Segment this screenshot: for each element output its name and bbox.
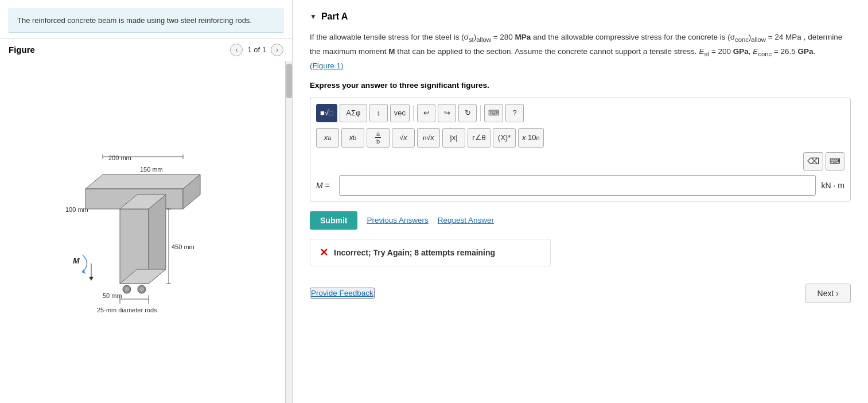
right-panel: ▼ Part A If the allowable tensile stress… (293, 0, 868, 403)
collapse-arrow[interactable]: ▼ (310, 13, 317, 21)
toolbar-sep1 (413, 105, 414, 121)
symbol-frac-btn[interactable]: ab (367, 128, 390, 148)
figure-prev-arrow[interactable]: ‹ (230, 44, 243, 56)
toolbar-reload-btn[interactable]: ↻ (458, 104, 477, 122)
part-header: ▼ Part A (310, 11, 851, 22)
svg-marker-25 (89, 277, 94, 281)
beam-diagram: 200 mm 150 mm 200 mm 100 mm (34, 143, 252, 321)
toolbar-undo-btn[interactable]: ↩ (417, 104, 435, 122)
next-button[interactable]: Next › (805, 284, 851, 303)
math-secondary-row: ⌫ ⌨ (316, 152, 844, 170)
info-text: The reinforced concrete beam is made usi… (17, 16, 252, 25)
symbol-xb-btn[interactable]: xb (341, 128, 364, 148)
symbol-sqrt-btn[interactable]: √x (392, 128, 415, 148)
feedback-link[interactable]: Provide Feedback (310, 288, 375, 299)
svg-text:100 mm: 100 mm (65, 206, 88, 213)
symbol-xstar-btn[interactable]: (X)* (493, 128, 516, 148)
toolbar-alpha-btn[interactable]: ΑΣφ (340, 104, 367, 122)
figure-next-arrow[interactable]: › (271, 44, 283, 56)
problem-text: If the allowable tensile stress for the … (310, 31, 851, 73)
figure-body: 200 mm 150 mm 200 mm 100 mm (0, 61, 292, 404)
error-text: Incorrect; Try Again; 8 attempts remaini… (334, 248, 495, 257)
error-icon: ✕ (320, 246, 328, 259)
error-box: ✕ Incorrect; Try Again; 8 attempts remai… (310, 239, 551, 266)
part-title: Part A (321, 11, 348, 22)
figure-count: 1 of 1 (247, 45, 266, 54)
symbol-abs-btn[interactable]: |x| (442, 128, 465, 148)
toolbar-keyboard2-btn[interactable]: ⌨ (826, 152, 844, 170)
symbol-nsqrt-btn[interactable]: n√x (417, 128, 440, 148)
svg-text:25-mm diameter rods: 25-mm diameter rods (97, 307, 157, 313)
figure-scrollbar[interactable] (285, 61, 292, 404)
figure-content: 200 mm 150 mm 200 mm 100 mm (0, 61, 285, 404)
info-box: The reinforced concrete beam is made usi… (9, 9, 283, 33)
toolbar-updown-btn[interactable]: ↕ (369, 104, 388, 122)
previous-answers-button[interactable]: Previous Answers (367, 216, 428, 224)
scroll-thumb (286, 64, 292, 98)
request-answer-button[interactable]: Request Answer (438, 216, 494, 224)
svg-point-28 (124, 287, 129, 292)
svg-marker-7 (85, 175, 200, 189)
toolbar-sqrt-btn[interactable]: ■√□ (316, 104, 337, 122)
toolbar-backspace-btn[interactable]: ⌫ (803, 152, 823, 170)
toolbar-help-btn[interactable]: ? (505, 104, 524, 122)
svg-text:150 mm: 150 mm (140, 166, 163, 173)
unit-label: kN · m (822, 181, 844, 190)
symbol-sci-btn[interactable]: x·10n (518, 128, 544, 148)
next-label: Next (818, 289, 834, 298)
svg-text:200 mm: 200 mm (108, 154, 131, 161)
toolbar-keyboard-btn[interactable]: ⌨ (484, 104, 503, 122)
figure-nav: ‹ 1 of 1 › (230, 44, 283, 56)
figure-title: Figure (9, 45, 35, 55)
toolbar-vec-btn[interactable]: vec (390, 104, 410, 122)
next-chevron: › (836, 289, 839, 298)
symbol-xa-btn[interactable]: xa (316, 128, 339, 148)
submit-button[interactable]: Submit (310, 211, 357, 230)
m-equals-label: M = (316, 181, 333, 190)
svg-text:50 mm: 50 mm (103, 292, 122, 299)
math-toolbar: ■√□ ΑΣφ ↕ vec ↩ ↪ ↻ ⌨ ? (316, 104, 844, 122)
action-row: Submit Previous Answers Request Answer (310, 211, 851, 230)
toolbar-sep2 (480, 105, 481, 121)
answer-input[interactable] (339, 175, 816, 196)
svg-text:M: M (73, 256, 80, 265)
express-label: Express your answer to three significant… (310, 81, 851, 90)
toolbar-redo-btn[interactable]: ↪ (438, 104, 456, 122)
page-footer: Provide Feedback Next › (310, 278, 851, 303)
symbol-angle-btn[interactable]: r∠θ (468, 128, 491, 148)
svg-point-29 (139, 287, 144, 292)
math-input-container: ■√□ ΑΣφ ↕ vec ↩ ↪ ↻ ⌨ ? xa xb ab √x n√x … (310, 98, 851, 202)
math-symbols-row: xa xb ab √x n√x |x| r∠θ (X)* x·10n (316, 128, 844, 148)
answer-row: M = kN · m (316, 175, 844, 196)
figure-header: Figure ‹ 1 of 1 › (0, 38, 292, 61)
left-panel: The reinforced concrete beam is made usi… (0, 0, 293, 403)
svg-text:450 mm: 450 mm (172, 243, 194, 250)
figure-link[interactable]: (Figure 1) (310, 61, 344, 70)
